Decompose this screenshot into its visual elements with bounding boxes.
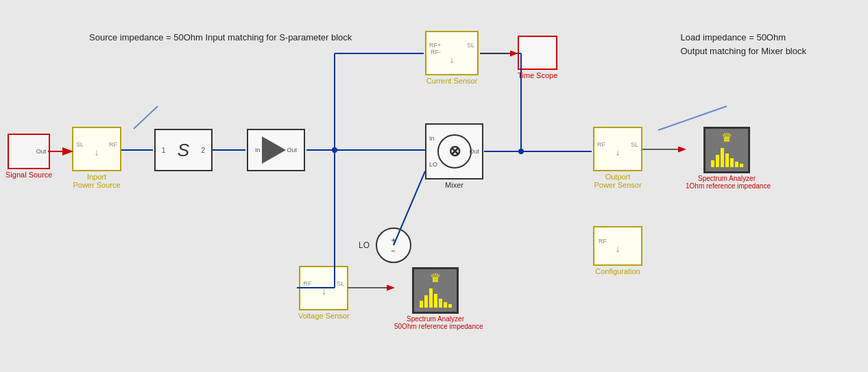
configuration-block: RF ↓ Configuration	[593, 226, 642, 275]
right-annotation: Load impedance = 50OhmOutput matching fo…	[680, 31, 806, 58]
lo-label: LO	[359, 240, 370, 250]
mixer-block: In LO Out ⊗ Mixer	[425, 123, 483, 189]
time-scope-block: Time Scope	[518, 36, 557, 79]
sparam-block: 1 S 2	[154, 129, 213, 171]
svg-point-11	[518, 149, 524, 154]
voltage-sensor-label: Voltage Sensor	[298, 312, 350, 320]
outport-power-block: RF SL ↓ OutportPower Sensor	[593, 127, 642, 189]
time-scope-label: Time Scope	[518, 71, 557, 79]
spectrum-1ohm-block: ♛ Spectrum Analyzer1Ohm reference impeda…	[686, 127, 768, 190]
spectrum-50ohm-label: Spectrum Analyzer50Ohm reference impedan…	[394, 315, 477, 330]
current-sensor-label: Current Sensor	[426, 77, 478, 85]
spectrum-1ohm-label: Spectrum Analyzer1Ohm reference impedanc…	[686, 175, 768, 190]
voltage-sensor-block: RF SL ↓ Voltage Sensor	[298, 266, 350, 320]
mixer-label: Mixer	[445, 181, 463, 189]
signal-source-label: Signal Source	[5, 171, 53, 179]
spectrum-50ohm-block: ♛ Spectrum Analyzer50Ohm reference imped…	[394, 267, 477, 330]
inport-power-label: InportPower Source	[73, 173, 120, 189]
signal-source-block: Out Signal Source	[5, 134, 53, 179]
amplifier-block: In Out	[247, 129, 305, 171]
configuration-label: Configuration	[595, 267, 640, 275]
lo-source-block: +− LO	[376, 227, 411, 263]
inport-power-block: SL RF ↓ InportPower Source	[72, 127, 121, 189]
svg-line-19	[134, 106, 158, 129]
outport-power-label: OutportPower Sensor	[594, 173, 641, 189]
svg-point-4	[332, 147, 337, 153]
current-sensor-block: RF+ SL RF- ↓ Current Sensor	[425, 31, 479, 85]
left-annotation: Source impedance = 50Ohm Input matching …	[89, 31, 352, 45]
